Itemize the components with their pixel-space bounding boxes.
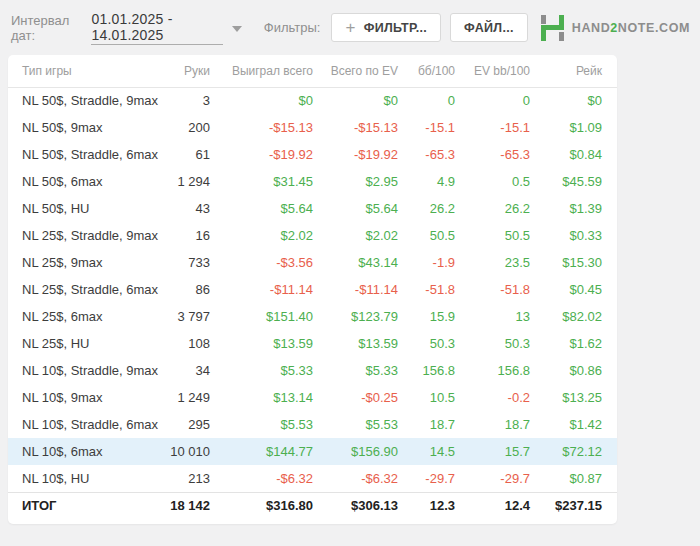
value-cell: $0.84 xyxy=(530,141,617,168)
column-header-5[interactable]: EV bb/100 xyxy=(455,55,530,87)
value-cell: -51.8 xyxy=(398,276,455,303)
hands-cell: 733 xyxy=(168,249,210,276)
value-cell: $13.59 xyxy=(313,330,398,357)
table-row[interactable]: NL 25$, Straddle, 9max16$2.02$2.0250.550… xyxy=(8,222,617,249)
value-cell: $237.15 xyxy=(530,492,617,519)
value-cell: $13.25 xyxy=(530,384,617,411)
table-row[interactable]: NL 25$, Straddle, 6max86-$11.14-$11.14-5… xyxy=(8,276,617,303)
value-cell: 156.8 xyxy=(398,357,455,384)
hands-cell: 43 xyxy=(168,195,210,222)
game-type-cell: ИТОГ xyxy=(8,492,168,519)
value-cell: 15.9 xyxy=(398,303,455,330)
toolbar: Интервал дат: 01.01.2025 - 14.01.2025 Фи… xyxy=(0,0,700,55)
column-header-4[interactable]: бб/100 xyxy=(398,55,455,87)
value-cell: $1.39 xyxy=(530,195,617,222)
value-cell: $72.12 xyxy=(530,438,617,465)
table-row[interactable]: NL 50$, Straddle, 9max3$0$000$0 xyxy=(8,87,617,114)
date-range-selector[interactable]: 01.01.2025 - 14.01.2025 xyxy=(91,11,241,45)
value-cell: 50.3 xyxy=(455,330,530,357)
value-cell: $0.33 xyxy=(530,222,617,249)
value-cell: $82.02 xyxy=(530,303,617,330)
column-header-3[interactable]: Всего по EV xyxy=(313,55,398,87)
chevron-down-icon[interactable] xyxy=(232,26,242,32)
value-cell: $156.90 xyxy=(313,438,398,465)
game-type-cell: NL 50$, Straddle, 6max xyxy=(8,141,168,168)
value-cell: $5.53 xyxy=(313,411,398,438)
table-header-row: Тип игрыРукиВыиграл всегоВсего по EVбб/1… xyxy=(8,55,617,87)
hands-cell: 61 xyxy=(168,141,210,168)
add-filter-button-label: ФИЛЬТР... xyxy=(364,21,427,35)
table-row[interactable]: NL 10$, Straddle, 9max34$5.33$5.33156.81… xyxy=(8,357,617,384)
value-cell: -$3.56 xyxy=(210,249,313,276)
game-type-cell: NL 25$, 6max xyxy=(8,303,168,330)
table-row[interactable]: NL 25$, 6max3 797$151.40$123.7915.913$82… xyxy=(8,303,617,330)
value-cell: $2.02 xyxy=(210,222,313,249)
value-cell: -$0.25 xyxy=(313,384,398,411)
value-cell: $2.95 xyxy=(313,168,398,195)
table-row[interactable]: NL 25$, 9max733-$3.56$43.14-1.923.5$15.3… xyxy=(8,249,617,276)
hands-cell: 3 xyxy=(168,87,210,114)
table-row[interactable]: NL 10$, Straddle, 6max295$5.53$5.5318.71… xyxy=(8,411,617,438)
date-interval-label: Интервал дат: xyxy=(11,13,84,43)
value-cell: -65.3 xyxy=(398,141,455,168)
hands-cell: 200 xyxy=(168,114,210,141)
table-row[interactable]: NL 10$, 6max10 010$144.77$156.9014.515.7… xyxy=(8,438,617,465)
value-cell: $2.02 xyxy=(313,222,398,249)
value-cell: $1.42 xyxy=(530,411,617,438)
value-cell: -29.7 xyxy=(455,465,530,492)
table-row[interactable]: NL 50$, HU43$5.64$5.6426.226.2$1.39 xyxy=(8,195,617,222)
date-range-value[interactable]: 01.01.2025 - 14.01.2025 xyxy=(91,11,222,45)
column-header-0[interactable]: Тип игры xyxy=(8,55,168,87)
column-header-1[interactable]: Руки xyxy=(168,55,210,87)
value-cell: 50.3 xyxy=(398,330,455,357)
value-cell: $5.64 xyxy=(313,195,398,222)
column-header-6[interactable]: Рейк xyxy=(530,55,617,87)
value-cell: $306.13 xyxy=(313,492,398,519)
table-row[interactable]: NL 10$, HU213-$6.32-$6.32-29.7-29.7$0.87 xyxy=(8,465,617,492)
column-header-2[interactable]: Выиграл всего xyxy=(210,55,313,87)
game-type-cell: NL 50$, 6max xyxy=(8,168,168,195)
add-filter-button[interactable]: + ФИЛЬТР... xyxy=(331,13,441,42)
value-cell: $316.80 xyxy=(210,492,313,519)
value-cell: -$15.13 xyxy=(210,114,313,141)
value-cell: -65.3 xyxy=(455,141,530,168)
table-row[interactable]: NL 25$, HU108$13.59$13.5950.350.3$1.62 xyxy=(8,330,617,357)
hands-cell: 108 xyxy=(168,330,210,357)
hands-cell: 86 xyxy=(168,276,210,303)
logo-text: HAND2NOTE.COM xyxy=(572,21,690,35)
hand2note-logo: HAND2NOTE.COM xyxy=(540,14,690,42)
value-cell: 0 xyxy=(455,87,530,114)
value-cell: $0.86 xyxy=(530,357,617,384)
value-cell: 156.8 xyxy=(455,357,530,384)
game-type-cell: NL 25$, Straddle, 9max xyxy=(8,222,168,249)
table-row[interactable]: NL 50$, 9max200-$15.13-$15.13-15.1-15.1$… xyxy=(8,114,617,141)
value-cell: $0.45 xyxy=(530,276,617,303)
value-cell: -$11.14 xyxy=(313,276,398,303)
results-card: Тип игрыРукиВыиграл всегоВсего по EVбб/1… xyxy=(8,55,617,524)
game-type-cell: NL 50$, HU xyxy=(8,195,168,222)
value-cell: 50.5 xyxy=(398,222,455,249)
value-cell: $5.64 xyxy=(210,195,313,222)
hands-cell: 10 010 xyxy=(168,438,210,465)
game-type-cell: NL 25$, HU xyxy=(8,330,168,357)
table-row[interactable]: NL 50$, 6max1 294$31.45$2.954.90.5$45.59 xyxy=(8,168,617,195)
game-type-cell: NL 10$, 6max xyxy=(8,438,168,465)
value-cell: -$6.32 xyxy=(313,465,398,492)
file-button[interactable]: ФАЙЛ... xyxy=(450,13,528,42)
value-cell: -$11.14 xyxy=(210,276,313,303)
table-row[interactable]: NL 10$, 9max1 249$13.14-$0.2510.5-0.2$13… xyxy=(8,384,617,411)
value-cell: 26.2 xyxy=(398,195,455,222)
game-type-cell: NL 10$, Straddle, 6max xyxy=(8,411,168,438)
total-row[interactable]: ИТОГ18 142$316.80$306.1312.312.4$237.15 xyxy=(8,492,617,519)
hands-cell: 34 xyxy=(168,357,210,384)
hands-cell: 16 xyxy=(168,222,210,249)
game-type-cell: NL 10$, Straddle, 9max xyxy=(8,357,168,384)
value-cell: 12.3 xyxy=(398,492,455,519)
value-cell: -$6.32 xyxy=(210,465,313,492)
table-row[interactable]: NL 50$, Straddle, 6max61-$19.92-$19.92-6… xyxy=(8,141,617,168)
results-table: Тип игрыРукиВыиграл всегоВсего по EVбб/1… xyxy=(8,55,617,519)
value-cell: -29.7 xyxy=(398,465,455,492)
value-cell: $43.14 xyxy=(313,249,398,276)
hands-cell: 1 294 xyxy=(168,168,210,195)
value-cell: $5.33 xyxy=(313,357,398,384)
